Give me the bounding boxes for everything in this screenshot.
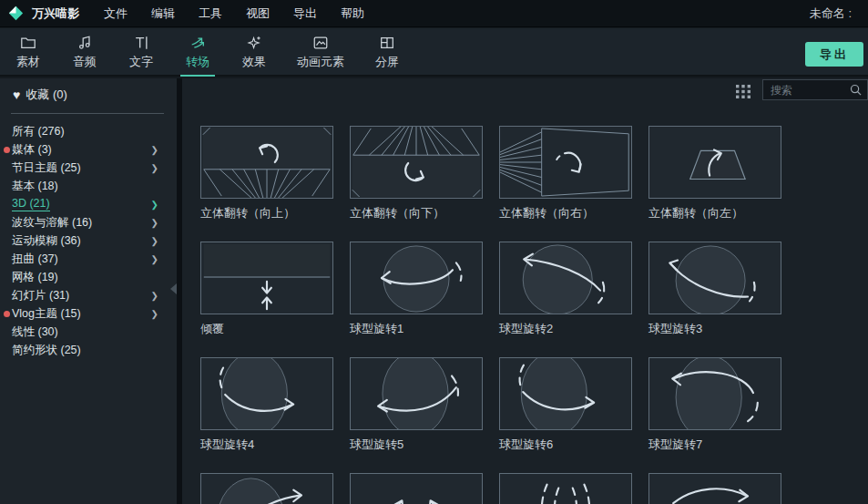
sidebar-item-简约形状[interactable]: 简约形状 (25) <box>0 341 177 359</box>
menu-item-3[interactable]: 视图 <box>234 0 281 27</box>
toolbar-tabs: 素材音频文字转场效果动画元素分屏 <box>0 28 415 75</box>
transition-item[interactable]: 立体翻转（向左） <box>648 126 781 242</box>
tab-效果[interactable]: 效果 <box>226 28 282 77</box>
category-label: 节日主题 (25) <box>12 160 81 176</box>
transition-label: 立体翻转（向右） <box>499 205 632 221</box>
chevron-right-icon[interactable]: ❯ <box>151 236 158 246</box>
transition-thumbnail[interactable] <box>350 473 483 504</box>
transition-thumbnail[interactable] <box>499 126 632 199</box>
chevron-right-icon[interactable]: ❯ <box>151 309 158 319</box>
transition-thumbnail[interactable] <box>648 357 781 430</box>
effects-icon <box>246 35 262 51</box>
category-label: 基本 (18) <box>12 179 58 194</box>
export-button[interactable]: 导出 <box>805 42 863 67</box>
transition-item[interactable]: 球型旋转2 <box>499 242 632 357</box>
transition-item[interactable]: 立体翻转（向右） <box>499 126 632 242</box>
transition-thumbnail[interactable] <box>200 242 333 314</box>
search-icon[interactable] <box>850 84 862 96</box>
sidebar-item-网格[interactable]: 网格 (19) <box>0 268 177 286</box>
double-up-arrows-icon <box>351 474 482 504</box>
chevron-right-icon[interactable]: ❯ <box>151 218 158 228</box>
transition-thumbnail[interactable] <box>499 357 632 430</box>
sidebar-item-线性[interactable]: 线性 (30) <box>0 323 177 341</box>
transition-item[interactable]: 立体翻转（向上） <box>200 126 333 242</box>
transition-item[interactable]: 倾覆 <box>200 242 333 357</box>
menu-item-4[interactable]: 导出 <box>281 0 329 27</box>
transition-item[interactable]: 球型旋转3 <box>648 242 781 357</box>
transition-item[interactable] <box>499 473 632 504</box>
tab-label: 素材 <box>16 54 40 70</box>
tab-音频[interactable]: 音频 <box>56 28 113 77</box>
tab-素材[interactable]: 素材 <box>0 28 56 77</box>
elements-icon <box>312 35 329 51</box>
transition-thumbnail[interactable] <box>499 473 632 504</box>
transition-label: 立体翻转（向左） <box>648 205 781 221</box>
menu-item-2[interactable]: 工具 <box>187 0 234 27</box>
transition-item[interactable]: 球型旋转7 <box>648 357 781 473</box>
sidebar-item-波纹与溶解[interactable]: 波纹与溶解 (16)❯ <box>0 213 177 231</box>
transition-item[interactable] <box>648 473 781 504</box>
transition-thumbnail[interactable] <box>200 126 333 199</box>
sidebar-item-基本[interactable]: 基本 (18) <box>0 177 177 195</box>
category-label: 幻灯片 (31) <box>12 288 69 303</box>
chevron-right-icon[interactable]: ❯ <box>151 291 158 301</box>
tab-动画元素[interactable]: 动画元素 <box>282 28 359 77</box>
project-name: 未命名 : <box>810 0 852 27</box>
transition-item[interactable]: 立体翻转（向下） <box>350 126 483 242</box>
transition-thumbnail[interactable] <box>648 126 781 199</box>
transition-item[interactable]: 球型旋转1 <box>350 242 483 357</box>
chevron-right-icon[interactable]: ❯ <box>151 145 158 155</box>
favorites-label: 收藏 (0) <box>26 87 67 103</box>
transition-item[interactable]: 球型旋转4 <box>200 357 333 473</box>
grid-view-icon[interactable] <box>734 82 752 100</box>
transition-label: 立体翻转（向下） <box>350 205 483 221</box>
heart-icon: ♥ <box>13 87 20 102</box>
transition-item[interactable] <box>200 473 333 504</box>
sidebar-divider-line <box>11 113 164 114</box>
category-label: 简约形状 (25) <box>12 343 81 358</box>
menu-item-1[interactable]: 编辑 <box>139 0 187 27</box>
category-label: 线性 (30) <box>12 324 58 340</box>
transition-item[interactable]: 球型旋转6 <box>499 357 632 473</box>
tab-文字[interactable]: 文字 <box>113 28 169 77</box>
transition-thumbnail[interactable] <box>648 473 781 504</box>
transition-thumbnail[interactable] <box>200 357 333 430</box>
sidebar-item-幻灯片[interactable]: 幻灯片 (31)❯ <box>0 286 177 304</box>
transition-item[interactable] <box>350 473 483 504</box>
menu-item-0[interactable]: 文件 <box>92 0 139 27</box>
tab-转场[interactable]: 转场 <box>169 28 226 77</box>
tip-over-icon <box>201 242 332 314</box>
transition-label: 球型旋转2 <box>499 321 632 337</box>
transition-thumbnail[interactable] <box>648 242 781 314</box>
chevron-right-icon[interactable]: ❯ <box>151 200 158 210</box>
tab-label: 转场 <box>186 54 209 70</box>
transition-thumbnail[interactable] <box>200 473 333 504</box>
transition-thumbnail[interactable] <box>350 242 483 314</box>
sidebar-item-3D[interactable]: 3D (21)❯ <box>0 195 177 213</box>
sphere-rotate-2-icon <box>500 242 631 314</box>
chevron-right-icon[interactable]: ❯ <box>151 163 158 173</box>
sidebar-item-扭曲[interactable]: 扭曲 (37)❯ <box>0 250 177 268</box>
tab-分屏[interactable]: 分屏 <box>359 28 415 77</box>
sidebar-item-媒体[interactable]: 媒体 (3)❯ <box>0 140 177 159</box>
sidebar-item-favorites[interactable]: ♥ 收藏 (0) <box>0 78 177 111</box>
sphere-rotate-4-icon <box>201 358 332 429</box>
sidebar-collapse-handle[interactable] <box>170 283 177 294</box>
sidebar-item-运动模糊[interactable]: 运动模糊 (36)❯ <box>0 231 177 250</box>
new-badge-dot <box>4 147 10 153</box>
search-input[interactable] <box>763 84 850 97</box>
transition-item[interactable]: 球型旋转5 <box>350 357 483 473</box>
sidebar-category-list: 所有 (276)媒体 (3)❯节日主题 (25)❯基本 (18)3D (21)❯… <box>0 122 177 359</box>
chevron-right-icon[interactable]: ❯ <box>151 254 158 264</box>
sidebar-item-Vlog主题[interactable]: Vlog主题 (15)❯ <box>0 304 177 323</box>
sidebar-item-所有[interactable]: 所有 (276) <box>0 122 177 140</box>
transition-thumbnail[interactable] <box>350 126 483 199</box>
transition-label: 球型旋转3 <box>648 321 781 337</box>
transition-thumbnail[interactable] <box>350 357 483 430</box>
menu-item-5[interactable]: 帮助 <box>329 0 376 27</box>
sidebar-item-节日主题[interactable]: 节日主题 (25)❯ <box>0 159 177 177</box>
transition-thumbnail[interactable] <box>499 242 632 314</box>
transition-label: 球型旋转6 <box>499 437 632 453</box>
category-label: 所有 (276) <box>12 124 65 139</box>
sphere-rotate-5-icon <box>351 358 482 429</box>
